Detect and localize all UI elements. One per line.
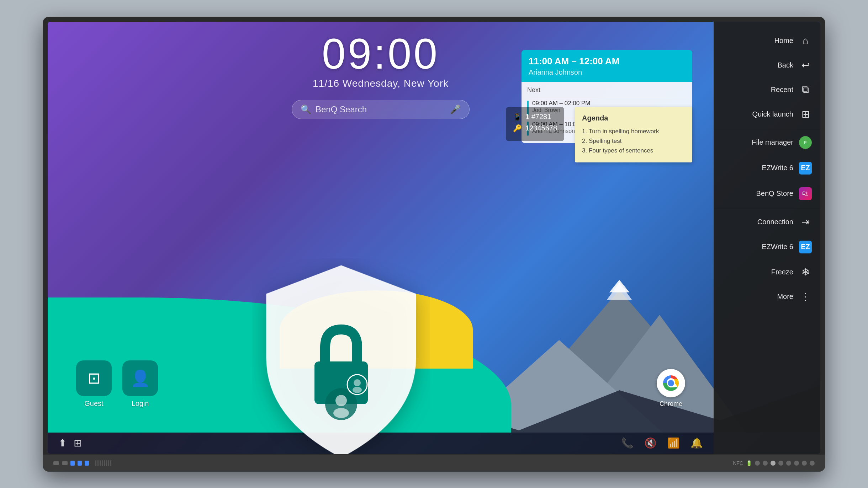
calendar-primary-event: 11:00 AM – 12:00 AM Arianna Johnson [522, 50, 692, 82]
connection-icon: ⇥ [799, 216, 812, 228]
sticky-item-2: 2. Spelling test [582, 136, 685, 146]
sticky-note: Agenda 1. Turn in spelling homework 2. S… [575, 107, 692, 163]
bell-icon[interactable]: 🔔 [690, 437, 703, 449]
monitor-indicators: NFC 🔋 [733, 460, 815, 466]
file-manager-icon: F [799, 136, 812, 149]
sidebar-item-freeze[interactable]: Freeze ❄ [714, 260, 820, 284]
sidebar-item-benq-store[interactable]: BenQ Store 🛍 [714, 181, 820, 207]
port-usb-2 [78, 461, 82, 466]
sticky-item-3: 3. Four types of sentences [582, 146, 685, 155]
search-icon: 🔍 [301, 104, 311, 114]
svg-point-12 [333, 408, 349, 418]
shield-overlay [252, 258, 430, 454]
battery-icon: 🔋 [746, 460, 752, 466]
indicator-dot-4 [778, 461, 783, 466]
sidebar-item-connection[interactable]: Connection ⇥ [714, 210, 820, 234]
sidebar-ezwrite-1-label: EZWrite 6 [762, 164, 793, 172]
sidebar-divider-2 [714, 208, 820, 208]
sidebar-item-more[interactable]: More ⋮ [714, 284, 820, 309]
guest-icon: ⊡ [76, 360, 112, 396]
calendar-primary-name: Arianna Johnson [529, 68, 685, 76]
indicator-dot-5 [786, 461, 791, 466]
phone-icon[interactable]: 📞 [621, 437, 634, 449]
wifi-icon[interactable]: 📶 [667, 437, 680, 449]
login-label: Login [132, 399, 149, 408]
taskbar-left: ⬆ ⊞ [58, 437, 82, 449]
sticky-title: Agenda [582, 114, 685, 122]
calendar-next-label: Next [527, 86, 687, 94]
port-usb-3 [85, 461, 89, 466]
svg-point-14 [354, 379, 361, 386]
sidebar-quick-launch-label: Quick launch [752, 110, 793, 118]
connection-id: 📱 1 #7281 [513, 113, 557, 121]
monitor-ports [53, 460, 111, 466]
quick-launch-icon: ⊞ [799, 108, 812, 120]
freeze-icon: ❄ [799, 266, 812, 278]
back-icon: ↩ [799, 59, 812, 71]
ezwrite-1-icon: EZ [799, 162, 812, 175]
monitor-bottom-bar: NFC 🔋 [43, 455, 825, 472]
mountain-scene [48, 273, 820, 433]
svg-point-11 [335, 395, 347, 406]
sidebar-back-label: Back [778, 61, 793, 69]
calendar-primary-time: 11:00 AM – 12:00 AM [529, 56, 685, 67]
indicator-dot-2 [763, 461, 768, 466]
sidebar-item-quick-launch[interactable]: Quick launch ⊞ [714, 102, 820, 127]
connection-key-icon: 🔑 [513, 124, 522, 133]
sidebar-ezwrite-2-label: EZWrite 6 [762, 243, 793, 251]
guest-button[interactable]: ⊡ Guest [76, 360, 112, 408]
connection-widget: 📱 1 #7281 🔑 12345678 [506, 107, 564, 141]
grid-icon[interactable]: ⊞ [74, 437, 82, 449]
sidebar-item-home[interactable]: Home ⌂ [714, 29, 820, 53]
indicator-dot-7 [802, 461, 807, 466]
indicator-dot-3 [771, 461, 776, 466]
indicator-dot-6 [794, 461, 799, 466]
sidebar-item-ezwrite-1[interactable]: EZWrite 6 EZ [714, 155, 820, 181]
svg-point-15 [353, 387, 362, 393]
sidebar-divider-1 [714, 128, 820, 128]
port-1 [53, 461, 59, 465]
chrome-icon-bg [657, 369, 685, 397]
sidebar-connection-label: Connection [757, 218, 793, 226]
monitor: 09:00 11/16 Wednesday, New York 🔍 BenQ S… [43, 17, 825, 472]
guest-label: Guest [84, 399, 103, 408]
sidebar-item-recent[interactable]: Recent ⧉ [714, 77, 820, 102]
svg-point-8 [668, 380, 674, 386]
sidebar-benq-store-label: BenQ Store [756, 189, 793, 198]
sidebar-item-back[interactable]: Back ↩ [714, 53, 820, 77]
sidebar-item-ezwrite-2[interactable]: EZWrite 6 EZ [714, 234, 820, 260]
search-bar[interactable]: 🔍 BenQ Search 🎤 [292, 100, 470, 119]
connection-id-icon: 📱 [513, 113, 522, 121]
svg-text:F: F [804, 140, 806, 145]
sidebar-file-manager-label: File manager [752, 138, 793, 146]
clock-display: 09:00 [322, 32, 439, 75]
sidebar-more-label: More [777, 293, 793, 301]
cal-item-1-time: 09:00 AM – 02:00 PM [532, 100, 591, 107]
share-icon[interactable]: ⬆ [58, 437, 67, 449]
connection-password-text: 12345678 [525, 124, 557, 132]
port-usb-1 [70, 461, 75, 466]
indicator-dot-8 [810, 461, 815, 466]
benq-store-icon: 🛍 [799, 187, 812, 200]
chrome-icon-svg [660, 372, 682, 394]
sticky-item-1: 1. Turn in spelling homework [582, 127, 685, 136]
microphone-icon[interactable]: 🎤 [450, 104, 461, 114]
shield-svg [252, 258, 430, 454]
chrome-label: Chrome [660, 400, 682, 408]
sidebar-home-label: Home [774, 37, 793, 45]
home-icon: ⌂ [799, 35, 812, 47]
login-button[interactable]: 👤 Login [122, 360, 158, 408]
sidebar-freeze-label: Freeze [771, 268, 793, 276]
user-buttons-area: ⊡ Guest 👤 Login [76, 360, 158, 408]
mute-icon[interactable]: 🔇 [644, 437, 657, 449]
search-placeholder: BenQ Search [316, 104, 446, 114]
ezwrite-2-icon: EZ [799, 241, 812, 253]
port-2 [62, 461, 68, 465]
screen: 09:00 11/16 Wednesday, New York 🔍 BenQ S… [48, 22, 820, 454]
recent-icon: ⧉ [799, 84, 812, 96]
login-icon: 👤 [122, 360, 158, 396]
right-sidebar: Home ⌂ Back ↩ Recent ⧉ Quick launch ⊞ Fi… [714, 22, 820, 454]
date-display: 11/16 Wednesday, New York [313, 78, 449, 89]
chrome-app[interactable]: Chrome [657, 369, 685, 408]
sidebar-item-file-manager[interactable]: File manager F [714, 130, 820, 155]
